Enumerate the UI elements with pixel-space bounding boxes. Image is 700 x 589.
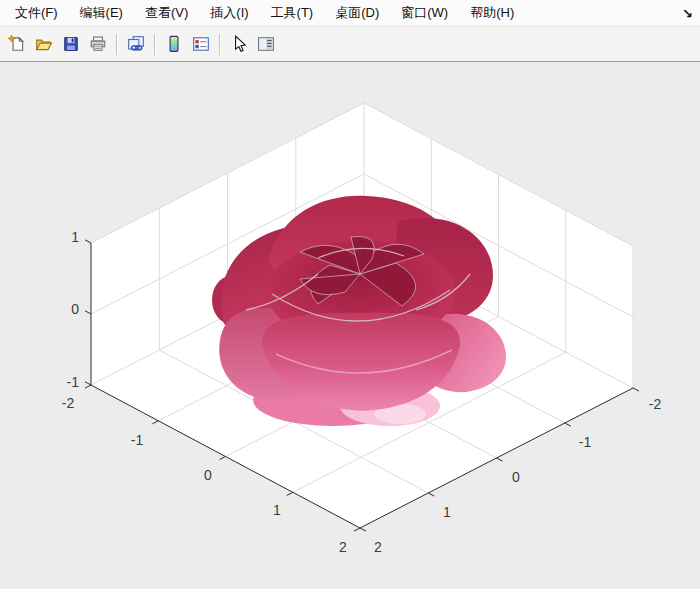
dock-figure-icon[interactable]: ↘ xyxy=(682,7,693,20)
open-file-button[interactable] xyxy=(30,32,57,57)
menu-help[interactable]: 帮助(H) xyxy=(459,0,525,26)
x-tick-label: -2 xyxy=(62,395,75,411)
open-folder-icon xyxy=(35,35,53,53)
y-tick-label: -2 xyxy=(649,396,662,412)
menu-bar: 文件(F) 编辑(E) 查看(V) 插入(I) 工具(T) 桌面(D) 窗口(W… xyxy=(0,0,700,27)
y-tick-label: -1 xyxy=(579,434,592,450)
new-figure-icon xyxy=(8,35,26,53)
menu-view[interactable]: 查看(V) xyxy=(134,0,199,26)
print-figure-button[interactable] xyxy=(84,32,111,57)
toolbar-separator xyxy=(154,34,155,55)
link-plot-icon xyxy=(127,35,145,53)
y-tick-label: 2 xyxy=(374,539,382,555)
menu-edit[interactable]: 编辑(E) xyxy=(69,0,134,26)
save-icon xyxy=(62,35,80,53)
legend-icon xyxy=(192,35,210,53)
insert-legend-button[interactable] xyxy=(187,32,214,57)
link-plot-button[interactable] xyxy=(122,32,149,57)
menu-file[interactable]: 文件(F) xyxy=(4,0,69,26)
insert-colorbar-button[interactable] xyxy=(160,32,187,57)
x-tick-label: 0 xyxy=(204,467,212,483)
toolbar-separator xyxy=(116,34,117,55)
menu-window[interactable]: 窗口(W) xyxy=(390,0,459,26)
menu-insert[interactable]: 插入(I) xyxy=(199,0,259,26)
toolbar-separator xyxy=(219,34,220,55)
colorbar-icon xyxy=(165,35,183,53)
y-tick-label: 1 xyxy=(443,504,451,520)
menu-desktop[interactable]: 桌面(D) xyxy=(324,0,390,26)
save-figure-button[interactable] xyxy=(57,32,84,57)
z-tick-label: 0 xyxy=(71,301,79,317)
figure-canvas: -2 -1 0 1 2 2 1 0 -1 -2 1 0 -1 xyxy=(0,62,700,589)
matlab-figure-window: 文件(F) 编辑(E) 查看(V) 插入(I) 工具(T) 桌面(D) 窗口(W… xyxy=(0,0,700,589)
y-tick-label: 0 xyxy=(512,469,520,485)
x-tick-label: 1 xyxy=(273,502,281,518)
axes-3d: -2 -1 0 1 2 2 1 0 -1 -2 1 0 -1 xyxy=(0,62,700,589)
plot-browser-button[interactable] xyxy=(252,32,279,57)
plot-browser-icon xyxy=(257,35,275,53)
z-tick-label: -1 xyxy=(67,374,80,390)
z-tick-label: 1 xyxy=(71,229,79,245)
x-tick-label: 2 xyxy=(339,539,347,555)
new-figure-button[interactable] xyxy=(3,32,30,57)
edit-plot-button[interactable] xyxy=(225,32,252,57)
x-tick-label: -1 xyxy=(131,432,144,448)
print-icon xyxy=(89,35,107,53)
figure-toolbar xyxy=(0,27,700,62)
cursor-arrow-icon xyxy=(230,35,248,53)
menu-tools[interactable]: 工具(T) xyxy=(260,0,325,26)
